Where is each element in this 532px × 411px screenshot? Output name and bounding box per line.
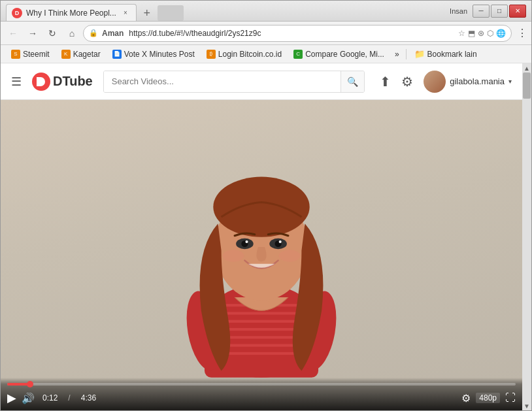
svg-point-21 bbox=[279, 250, 301, 261]
settings-button[interactable]: ⚙ bbox=[461, 392, 471, 404]
upload-icon[interactable]: ⬆ bbox=[380, 74, 391, 90]
close-button[interactable]: ✕ bbox=[509, 5, 526, 18]
user-avatar bbox=[424, 71, 446, 93]
bookmarks-folder[interactable]: 📁 Bookmark lain bbox=[409, 48, 482, 60]
tab-list: D Why I Think More Peopl... × + bbox=[6, 1, 228, 21]
progress-dot bbox=[27, 381, 33, 387]
video-controls: ▶ 🔊 0:12 / 4:36 ⚙ 480p ⛶ bbox=[1, 378, 522, 410]
bookmark-steemit[interactable]: S Steemit bbox=[6, 48, 55, 60]
bookmark-vote-label: Vote X Minutes Post bbox=[124, 50, 195, 59]
bookmark-compare-label: Compare Google, Mi... bbox=[305, 50, 384, 59]
dtube-d-svg bbox=[35, 76, 47, 88]
url-text: https://d.tube/#!/v/theaudgirl/2ys21z9c bbox=[129, 29, 454, 38]
minimize-button[interactable]: ─ bbox=[473, 5, 490, 18]
browser-window: D Why I Think More Peopl... × + Insan ─ … bbox=[0, 0, 532, 411]
settings-icon[interactable]: ⚙ bbox=[401, 74, 413, 90]
dtube-logo-icon bbox=[32, 73, 50, 91]
site-label: Aman bbox=[102, 29, 124, 38]
search-bar[interactable]: 🔍 bbox=[103, 71, 365, 93]
bookmark-compare[interactable]: C Compare Google, Mi... bbox=[288, 48, 390, 60]
dtube-logo-text: DTube bbox=[53, 74, 93, 89]
progress-fill bbox=[7, 383, 30, 386]
bookmarks-bar: S Steemit K Kagetar 📄 Vote X Minutes Pos… bbox=[1, 45, 531, 63]
bookmark-kagetar-label: Kagetar bbox=[73, 50, 101, 59]
tab-favicon: D bbox=[12, 8, 22, 18]
window-user-label: Insan bbox=[450, 7, 467, 15]
username-label: gilabola.mania bbox=[450, 76, 505, 86]
bookmark-bitcoin-label: Login Bitcoin.co.id bbox=[218, 50, 282, 59]
shield-icon[interactable]: ⊛ bbox=[478, 29, 484, 38]
star-icon[interactable]: ☆ bbox=[458, 29, 465, 38]
globe-icon[interactable]: 🌐 bbox=[496, 29, 506, 38]
lock-icon: 🔒 bbox=[89, 29, 98, 37]
navbar: ← → ↻ ⌂ 🔒 Aman https://d.tube/#!/v/theau… bbox=[1, 22, 531, 45]
dtube-logo[interactable]: DTube bbox=[32, 73, 93, 91]
progress-bar[interactable] bbox=[7, 383, 516, 386]
user-avatar-area[interactable]: gilabola.mania ▾ bbox=[424, 71, 512, 93]
app-area: ☰ DTube 🔍 ⬆ ⚙ bbox=[1, 63, 531, 410]
refresh-button[interactable]: ↻ bbox=[44, 25, 61, 42]
bookmark-steemit-label: Steemit bbox=[23, 50, 50, 59]
svg-point-18 bbox=[245, 240, 248, 243]
dropdown-arrow-icon: ▾ bbox=[508, 78, 512, 85]
bookmark-bitcoin-icon: ₿ bbox=[207, 50, 216, 59]
titlebar: D Why I Think More Peopl... × + Insan ─ … bbox=[1, 1, 531, 22]
bookmark-vote[interactable]: 📄 Vote X Minutes Post bbox=[107, 48, 200, 60]
tab-title: Why I Think More Peopl... bbox=[26, 8, 116, 18]
cast-icon[interactable]: ⬒ bbox=[468, 29, 475, 38]
bookmark-login-bitcoin[interactable]: ₿ Login Bitcoin.co.id bbox=[201, 48, 287, 60]
svg-point-13 bbox=[213, 177, 309, 237]
home-button[interactable]: ⌂ bbox=[63, 25, 80, 42]
scrollbar-down-arrow[interactable]: ▼ bbox=[522, 401, 531, 410]
bookmark-kagetar[interactable]: K Kagetar bbox=[56, 48, 106, 60]
total-time: 4:36 bbox=[81, 393, 96, 403]
video-area: ▶ 🔊 0:12 / 4:36 ⚙ 480p ⛶ bbox=[1, 100, 522, 410]
maximize-button[interactable]: □ bbox=[491, 5, 508, 18]
header-icons: ⬆ ⚙ gilabola.mania ▾ bbox=[380, 71, 512, 93]
address-bar[interactable]: 🔒 Aman https://d.tube/#!/v/theaudgirl/2y… bbox=[83, 25, 512, 42]
folder-icon: 📁 bbox=[414, 49, 425, 59]
dtube-header: ☰ DTube 🔍 ⬆ ⚙ bbox=[1, 63, 522, 100]
scrollbar-thumb[interactable] bbox=[523, 73, 531, 99]
new-tab-button[interactable]: + bbox=[139, 5, 155, 21]
volume-button[interactable]: 🔊 bbox=[22, 392, 35, 404]
bookmarks-divider bbox=[406, 49, 407, 59]
svg-point-19 bbox=[279, 240, 282, 243]
bookmark-steemit-icon: S bbox=[11, 50, 20, 59]
scrollbar-up-arrow[interactable]: ▲ bbox=[522, 63, 531, 73]
browser-more-button[interactable]: ⋮ bbox=[517, 27, 527, 39]
search-button[interactable]: 🔍 bbox=[341, 71, 364, 93]
back-button[interactable]: ← bbox=[5, 25, 22, 42]
bookmarks-more-button[interactable]: » bbox=[391, 48, 403, 60]
quality-badge[interactable]: 480p bbox=[476, 393, 500, 403]
scrollbar: ▲ ▼ bbox=[522, 63, 531, 410]
tab-strip-extra bbox=[158, 5, 184, 21]
controls-row: ▶ 🔊 0:12 / 4:36 ⚙ 480p ⛶ bbox=[7, 391, 516, 405]
current-time: 0:12 bbox=[42, 393, 58, 403]
video-content bbox=[1, 100, 522, 410]
bookmark-kagetar-icon: K bbox=[61, 50, 71, 59]
scrollbar-track[interactable] bbox=[522, 73, 531, 401]
hamburger-menu-button[interactable]: ☰ bbox=[11, 74, 22, 89]
dtube-app: ☰ DTube 🔍 ⬆ ⚙ bbox=[1, 63, 522, 410]
address-action-icons: ☆ ⬒ ⊛ ⬡ 🌐 bbox=[458, 29, 506, 38]
time-separator: / bbox=[68, 393, 70, 403]
bookmark-compare-icon: C bbox=[293, 50, 303, 59]
bookmarks-folder-label: Bookmark lain bbox=[427, 50, 477, 59]
tab-close-button[interactable]: × bbox=[120, 8, 131, 18]
fullscreen-button[interactable]: ⛶ bbox=[505, 392, 516, 404]
search-input[interactable] bbox=[104, 71, 341, 92]
bookmark-vote-icon: 📄 bbox=[112, 50, 122, 59]
svg-point-20 bbox=[223, 250, 244, 261]
woman-figure-svg bbox=[137, 103, 386, 384]
play-button[interactable]: ▶ bbox=[7, 391, 16, 405]
extension-icon[interactable]: ⬡ bbox=[487, 29, 493, 38]
video-player[interactable]: ▶ 🔊 0:12 / 4:36 ⚙ 480p ⛶ bbox=[1, 100, 522, 410]
active-tab[interactable]: D Why I Think More Peopl... × bbox=[6, 4, 137, 21]
forward-button[interactable]: → bbox=[24, 25, 41, 42]
search-icon: 🔍 bbox=[347, 76, 358, 87]
window-controls: ─ □ ✕ bbox=[473, 5, 526, 18]
